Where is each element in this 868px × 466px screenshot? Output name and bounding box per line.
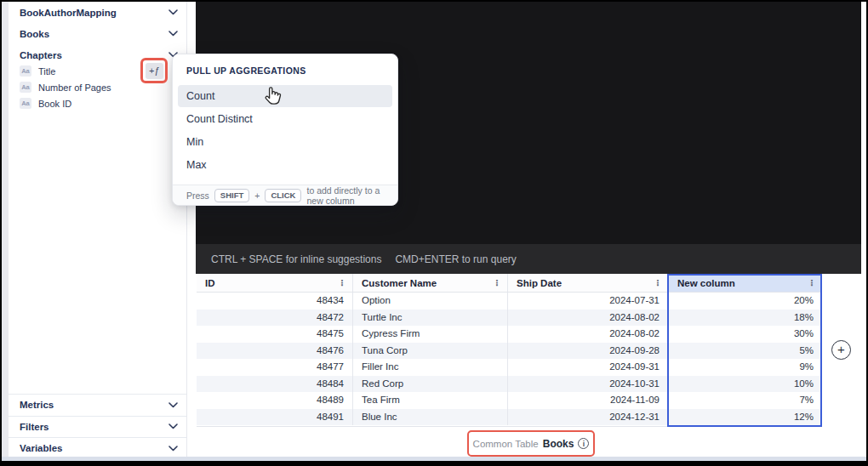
autocomplete-hint: CTRL + SPACE for inline suggestions: [211, 253, 381, 265]
click-key-badge: CLICK: [265, 189, 301, 202]
sidebar-item-variables[interactable]: Variables: [9, 437, 186, 459]
menu-item-max[interactable]: Max: [173, 154, 397, 177]
results-table: ID ⋮ Customer Name ⋮ Ship Date ⋮ New col…: [197, 274, 822, 427]
cell-ship-date: 2024-08-02: [507, 326, 668, 343]
kebab-menu-icon[interactable]: ⋮: [808, 279, 816, 287]
menu-item-min[interactable]: Min: [173, 131, 397, 154]
sidebar-item-filters[interactable]: Filters: [9, 416, 186, 438]
column-label: Ship Date: [517, 278, 562, 288]
cell-ship-date: 2024-09-28: [507, 343, 668, 360]
shift-key-badge: SHIFT: [214, 189, 249, 202]
sidebar-bottom-groups: Metrics Filters Variables: [9, 394, 186, 459]
cell-new-column: 9%: [668, 359, 822, 376]
cell-ship-date: 2024-09-31: [507, 359, 668, 376]
sidebar-item-books[interactable]: Books: [9, 23, 186, 44]
hint-suffix: to add directly to a new column: [306, 185, 397, 206]
cell-customer: Turtle Inc: [352, 310, 507, 327]
chevron-down-icon[interactable]: [168, 9, 178, 15]
popup-title: PULL UP AGGREGATIONS: [186, 65, 397, 77]
group-label: Variables: [20, 443, 63, 453]
cell-id: 48491: [197, 409, 352, 426]
cell-customer: Tea Firm: [352, 392, 507, 409]
menu-item-count-distinct[interactable]: Count Distinct: [173, 108, 397, 131]
group-label: Filters: [20, 422, 49, 432]
table-row: 48472 Turtle Inc 2024-08-02 18%: [197, 310, 822, 327]
group-label: Books: [20, 29, 49, 39]
cell-customer: Cypress Firm: [352, 326, 507, 343]
cell-customer: Filler Inc: [352, 359, 507, 376]
chevron-down-icon[interactable]: [168, 446, 178, 452]
cell-id: 48472: [197, 310, 352, 327]
table-row: 48491 Blue Inc 2024-12-31 12%: [197, 409, 822, 426]
cell-new-column: 10%: [668, 376, 822, 393]
app-content: BookAuthorMapping Books Chapters Aa Titl…: [2, 2, 866, 461]
field-label: Number of Pages: [38, 82, 111, 93]
cell-ship-date: 2024-08-02: [507, 310, 668, 327]
cell-customer: Blue Inc: [352, 409, 507, 426]
chevron-down-icon[interactable]: [168, 402, 178, 408]
cell-new-column: 20%: [668, 293, 822, 310]
kebab-menu-icon[interactable]: ⋮: [493, 279, 501, 287]
popup-item-list: Count Count Distinct Min Max: [173, 85, 397, 177]
annotation-highlight-box: Common Table Books i: [467, 430, 595, 457]
chevron-down-icon[interactable]: [168, 423, 178, 429]
table-row: 48434 Option 2024-07-31 20%: [197, 293, 822, 310]
table-row: 48489 Tea Firm 2024-11-09 7%: [197, 392, 822, 409]
formula-aggregation-button[interactable]: +ƒ: [146, 63, 163, 79]
table-row: 48475 Cypress Firm 2024-08-02 30%: [197, 326, 822, 343]
cell-new-column: 18%: [668, 310, 822, 327]
cell-id: 48477: [197, 359, 352, 376]
cell-ship-date: 2024-11-09: [507, 392, 668, 409]
text-type-icon: Aa: [20, 65, 31, 77]
cell-id: 48476: [197, 343, 352, 360]
field-item-book-id[interactable]: Aa Book ID: [9, 95, 186, 111]
cell-id: 48475: [197, 326, 352, 343]
cell-customer: Tuna Corp: [352, 343, 507, 360]
pull-up-aggregations-popup: PULL UP AGGREGATIONS Count Count Distinc…: [172, 54, 398, 206]
column-header-customer-name[interactable]: Customer Name ⋮: [352, 274, 507, 292]
table-body: 48434 Option 2024-07-31 20% 48472 Turtle…: [197, 293, 822, 425]
cell-ship-date: 2024-10-31: [507, 376, 668, 393]
left-gutter: [2, 2, 9, 461]
hint-prefix: Press: [186, 190, 209, 201]
table-header-row: ID ⋮ Customer Name ⋮ Ship Date ⋮ New col…: [197, 274, 822, 293]
table-row: 48484 Red Corp 2024-10-31 10%: [197, 376, 822, 393]
run-query-hint: CMD+ENTER to run query: [395, 253, 516, 265]
info-icon[interactable]: i: [578, 438, 589, 449]
menu-item-count[interactable]: Count: [178, 85, 392, 107]
add-column-button[interactable]: +: [831, 340, 851, 360]
field-label: Title: [38, 66, 55, 77]
text-type-icon: Aa: [20, 82, 31, 93]
cell-ship-date: 2024-12-31: [507, 409, 668, 426]
cell-id: 48484: [197, 376, 352, 393]
group-label: Chapters: [20, 50, 62, 60]
cell-customer: Option: [352, 293, 507, 310]
cell-ship-date: 2024-07-31: [507, 293, 668, 310]
cell-customer: Red Corp: [352, 376, 507, 393]
chevron-down-icon[interactable]: [168, 31, 178, 37]
group-label: BookAuthorMapping: [20, 8, 117, 18]
sidebar-item-metrics[interactable]: Metrics: [9, 394, 186, 416]
common-table-label: Common Table: [473, 439, 539, 449]
hint-plus: +: [254, 190, 260, 201]
cell-new-column: 30%: [668, 326, 822, 343]
cell-id: 48489: [197, 392, 352, 409]
editor-status-bar: CTRL + SPACE for inline suggestions CMD+…: [196, 244, 861, 274]
app-window: BookAuthorMapping Books Chapters Aa Titl…: [0, 0, 868, 466]
group-label: Metrics: [20, 400, 54, 410]
kebab-menu-icon[interactable]: ⋮: [654, 279, 662, 287]
cell-new-column: 7%: [668, 392, 822, 409]
table-row: 48476 Tuna Corp 2024-09-28 5%: [197, 343, 822, 360]
column-header-new-column[interactable]: New column ⋮: [668, 274, 822, 292]
bottom-divider: [2, 457, 866, 461]
column-header-id[interactable]: ID ⋮: [197, 274, 352, 292]
cell-new-column: 5%: [668, 343, 822, 360]
annotation-highlight-box: +ƒ: [140, 58, 168, 83]
column-label: Customer Name: [362, 278, 437, 288]
column-header-ship-date[interactable]: Ship Date ⋮: [507, 274, 668, 292]
sidebar-item-bookauthormapping[interactable]: BookAuthorMapping: [9, 2, 186, 23]
cell-new-column: 12%: [668, 409, 822, 426]
kebab-menu-icon[interactable]: ⋮: [338, 279, 346, 287]
text-type-icon: Aa: [20, 98, 31, 109]
column-label: New column: [677, 278, 735, 288]
